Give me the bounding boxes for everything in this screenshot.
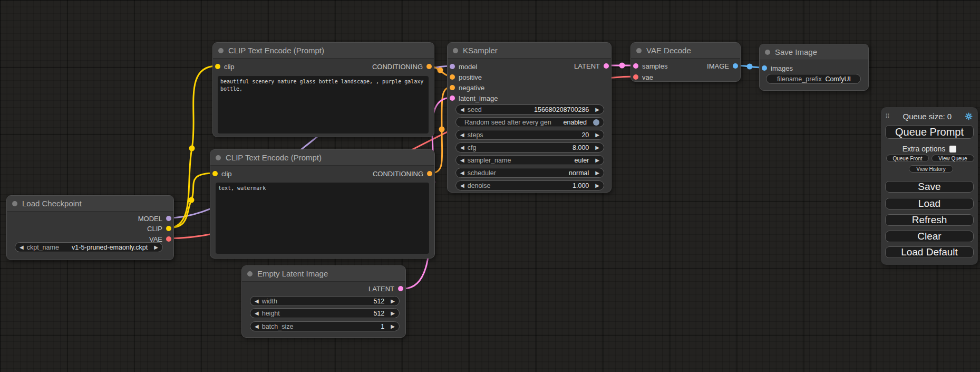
- queue-front-button[interactable]: Queue Front: [886, 155, 929, 162]
- increment-arrow-icon[interactable]: [387, 324, 395, 329]
- node-load-checkpoint[interactable]: Load Checkpoint MODEL CLIP VAE ckpt_name…: [6, 195, 174, 260]
- node-empty-latent-image[interactable]: Empty Latent Image LATENT width 512 heig…: [241, 265, 406, 338]
- node-vae-decode[interactable]: VAE Decode samples vae IMAGE: [630, 42, 741, 82]
- widget-value[interactable]: normal: [569, 169, 589, 177]
- input-dot-clip[interactable]: [215, 64, 220, 69]
- widget-value[interactable]: 156680208700286: [534, 106, 589, 113]
- load-default-button[interactable]: Load Default: [885, 246, 974, 258]
- input-dot-negative[interactable]: [450, 85, 455, 90]
- collapse-dot-icon[interactable]: [216, 155, 221, 160]
- node-clip-text-encode-negative[interactable]: CLIP Text Encode (Prompt) clip CONDITION…: [210, 149, 435, 259]
- output-slot-conditioning[interactable]: CONDITIONING: [373, 168, 432, 179]
- decrement-arrow-icon[interactable]: [255, 299, 259, 304]
- output-dot-conditioning[interactable]: [427, 171, 432, 176]
- random-seed-widget[interactable]: Random seed after every gen enabled: [455, 117, 604, 127]
- input-slot-vae[interactable]: vae: [633, 72, 653, 82]
- collapse-dot-icon[interactable]: [247, 271, 253, 276]
- output-dot-latent[interactable]: [604, 63, 609, 69]
- increment-arrow-icon[interactable]: [592, 158, 599, 163]
- output-dot-image[interactable]: [733, 63, 738, 69]
- cfg-widget[interactable]: cfg 8.000: [455, 142, 604, 152]
- input-dot-positive[interactable]: [450, 74, 455, 80]
- queue-prompt-button[interactable]: Queue Prompt: [885, 125, 974, 139]
- decrement-arrow-icon[interactable]: [255, 311, 259, 316]
- drag-handle-icon[interactable]: ⠿: [885, 113, 890, 120]
- collapse-dot-icon[interactable]: [636, 48, 642, 53]
- output-slot-image[interactable]: IMAGE: [707, 61, 738, 71]
- node-titlebar[interactable]: Save Image: [760, 44, 868, 60]
- decrement-arrow-icon[interactable]: [460, 132, 464, 138]
- increment-arrow-icon[interactable]: [151, 245, 158, 250]
- decrement-arrow-icon[interactable]: [460, 145, 464, 150]
- settings-gear-icon[interactable]: [965, 112, 973, 120]
- view-queue-button[interactable]: View Queue: [932, 155, 974, 162]
- clear-button[interactable]: Clear: [885, 231, 974, 242]
- height-widget[interactable]: height 512: [250, 308, 400, 318]
- output-slot-latent[interactable]: LATENT: [574, 61, 609, 71]
- width-widget[interactable]: width 512: [250, 296, 400, 306]
- widget-value[interactable]: v1-5-pruned-emaonly.ckpt: [72, 244, 148, 251]
- input-slot-clip[interactable]: clip: [215, 61, 235, 72]
- input-slot-negative[interactable]: negative: [450, 82, 484, 93]
- decrement-arrow-icon[interactable]: [460, 158, 464, 163]
- node-titlebar[interactable]: Load Checkpoint: [7, 196, 173, 212]
- input-slot-model[interactable]: model: [450, 61, 477, 72]
- node-titlebar[interactable]: CLIP Text Encode (Prompt): [213, 43, 434, 59]
- filename-prefix-widget[interactable]: filename_prefix ComfyUI: [766, 74, 861, 84]
- boolean-toggle-icon[interactable]: [593, 119, 599, 126]
- node-titlebar[interactable]: VAE Decode: [631, 43, 740, 59]
- decrement-arrow-icon[interactable]: [20, 245, 24, 250]
- ckpt-name-widget[interactable]: ckpt_name v1-5-pruned-emaonly.ckpt: [15, 242, 163, 252]
- refresh-button[interactable]: Refresh: [885, 214, 974, 226]
- collapse-dot-icon[interactable]: [12, 201, 17, 206]
- output-slot-latent[interactable]: LATENT: [368, 283, 403, 294]
- seed-widget[interactable]: seed 156680208700286: [455, 104, 604, 115]
- sampler-name-widget[interactable]: sampler_name euler: [455, 155, 604, 165]
- output-dot-conditioning[interactable]: [426, 64, 432, 69]
- increment-arrow-icon[interactable]: [387, 299, 395, 304]
- node-titlebar[interactable]: CLIP Text Encode (Prompt): [210, 150, 434, 166]
- output-slot-conditioning[interactable]: CONDITIONING: [372, 61, 432, 72]
- node-save-image[interactable]: Save Image images filename_prefix ComfyU…: [759, 44, 869, 91]
- collapse-dot-icon[interactable]: [218, 48, 224, 53]
- increment-arrow-icon[interactable]: [592, 183, 599, 188]
- denoise-widget[interactable]: denoise 1.000: [455, 180, 604, 190]
- input-dot-images[interactable]: [762, 65, 767, 71]
- output-dot-vae[interactable]: [166, 236, 171, 242]
- load-button[interactable]: Load: [885, 198, 974, 209]
- input-dot-samples[interactable]: [633, 63, 638, 69]
- collapse-dot-icon[interactable]: [765, 50, 770, 55]
- node-clip-text-encode-positive[interactable]: CLIP Text Encode (Prompt) clip CONDITION…: [212, 42, 434, 137]
- increment-arrow-icon[interactable]: [592, 132, 599, 138]
- output-slot-model[interactable]: MODEL: [138, 213, 171, 224]
- save-button[interactable]: Save: [885, 181, 974, 193]
- widget-value[interactable]: 512: [373, 298, 384, 305]
- increment-arrow-icon[interactable]: [592, 145, 599, 150]
- widget-value[interactable]: 8.000: [573, 144, 589, 151]
- input-dot-model[interactable]: [450, 64, 455, 69]
- extra-options-checkbox[interactable]: [949, 146, 956, 152]
- prompt-textarea[interactable]: text, watermark: [216, 183, 429, 254]
- prompt-textarea[interactable]: beautiful scenery nature glass bottle la…: [218, 76, 429, 133]
- input-slot-samples[interactable]: samples: [633, 61, 667, 71]
- decrement-arrow-icon[interactable]: [460, 170, 464, 176]
- input-dot-clip[interactable]: [212, 171, 218, 176]
- scheduler-widget[interactable]: scheduler normal: [455, 168, 604, 178]
- input-dot-latent-image[interactable]: [450, 96, 455, 101]
- widget-value[interactable]: ComfyUI: [825, 75, 856, 83]
- input-slot-positive[interactable]: positive: [450, 72, 482, 82]
- input-slot-images[interactable]: images: [762, 63, 793, 73]
- output-dot-model[interactable]: [166, 216, 171, 221]
- decrement-arrow-icon[interactable]: [460, 183, 464, 188]
- output-slot-clip[interactable]: CLIP: [147, 223, 171, 234]
- decrement-arrow-icon[interactable]: [255, 324, 259, 329]
- comfyui-canvas[interactable]: { "colors": { "model": "#B39DDB", "clip"…: [0, 0, 980, 372]
- node-ksampler[interactable]: KSampler model positive negative latent_…: [447, 42, 612, 193]
- widget-value[interactable]: euler: [575, 157, 589, 164]
- widget-value[interactable]: 1: [381, 323, 384, 330]
- output-dot-latent[interactable]: [398, 286, 403, 291]
- increment-arrow-icon[interactable]: [592, 170, 599, 176]
- queue-panel[interactable]: ⠿ Queue size: 0 Queue Prompt Extra optio…: [881, 107, 978, 265]
- view-history-button[interactable]: View History: [909, 165, 953, 173]
- decrement-arrow-icon[interactable]: [460, 107, 464, 112]
